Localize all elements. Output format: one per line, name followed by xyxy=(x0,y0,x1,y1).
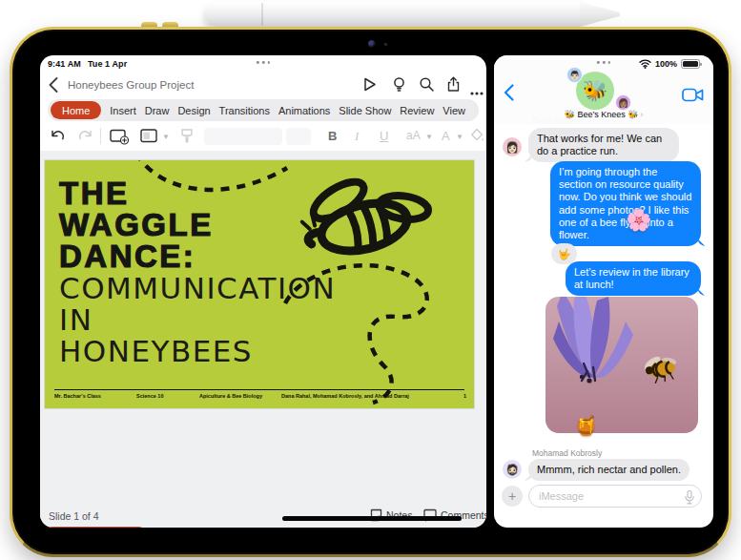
bee-flower-photo xyxy=(545,297,698,433)
incoming-message[interactable]: Mmmm, rich nectar and pollen. xyxy=(528,459,690,481)
lightbulb-icon xyxy=(391,76,407,93)
slide-footer-rule xyxy=(54,389,464,390)
status-time: 9:41 AM xyxy=(48,59,81,69)
tab-animations[interactable]: Animations xyxy=(278,105,330,116)
share-button[interactable] xyxy=(445,76,462,96)
redo-icon xyxy=(77,128,93,144)
fill-color-button[interactable] xyxy=(470,128,484,147)
apple-pencil-tip xyxy=(580,2,620,27)
slide-footer-class: Mr. Bachar’s Class xyxy=(54,393,101,399)
slide-title[interactable]: THE WAGGLE DANCE: xyxy=(59,177,214,272)
text-size-button[interactable]: aA xyxy=(406,129,421,142)
bold-button[interactable]: B xyxy=(328,129,337,143)
redo-button[interactable] xyxy=(77,128,93,148)
play-icon xyxy=(361,76,378,93)
format-paint-button[interactable] xyxy=(179,128,195,148)
apple-pencil xyxy=(204,2,620,27)
more-button[interactable] xyxy=(470,82,484,99)
paint-bucket-icon xyxy=(470,128,484,143)
tab-home[interactable]: Home xyxy=(51,101,101,119)
apple-pencil-seam xyxy=(261,3,263,26)
tab-slideshow[interactable]: Slide Show xyxy=(339,105,391,116)
video-camera-icon xyxy=(682,88,704,102)
chevron-down-icon: ▼ xyxy=(425,133,433,141)
status-bar-left: 9:41 AMTue 1 Apr xyxy=(48,59,127,69)
composer-field[interactable] xyxy=(528,485,702,508)
battery-icon xyxy=(681,59,700,69)
microphone-icon xyxy=(685,490,694,505)
tab-insert[interactable]: Insert xyxy=(110,105,136,116)
tab-transitions[interactable]: Transitions xyxy=(219,105,270,116)
slide-footer-subject: Apiculture & Bee Biology xyxy=(199,393,262,399)
undo-button[interactable] xyxy=(50,128,66,148)
group-member-avatar: 👨🏻 xyxy=(566,67,583,83)
flower-sticker[interactable]: 🌸 xyxy=(626,208,651,233)
dictation-button[interactable] xyxy=(685,490,694,508)
avatar-mohamad: 🧔🏻 xyxy=(503,460,522,479)
front-camera xyxy=(368,40,376,48)
chevron-down-icon: ▼ xyxy=(456,133,463,141)
slide-layout-icon xyxy=(140,128,159,144)
tapback-reaction[interactable]: 🤟 xyxy=(551,243,577,264)
paragraph-style-control[interactable] xyxy=(204,128,282,145)
format-toolbar: ▼ B I U aA ▼ A ▼ xyxy=(40,124,486,149)
status-date: Tue 1 Apr xyxy=(88,59,127,69)
play-button[interactable] xyxy=(361,76,378,96)
slide-footer-authors: Dana Rahal, Mohamad Kobrosly, and Ahmad … xyxy=(281,393,409,399)
scene: 9:41 AMTue 1 Apr Honeybees Group Project… xyxy=(0,0,741,560)
slide-footer-course: Science 10 xyxy=(136,393,163,399)
add-slide-icon xyxy=(110,128,130,145)
home-indicator[interactable] xyxy=(282,516,462,521)
composer-plus-button[interactable]: + xyxy=(502,486,523,507)
group-name-button[interactable]: 🐝 Bee’s Knees 🐝› xyxy=(494,110,713,119)
sender-label: Mohamad Kobrosly xyxy=(532,448,602,458)
tab-design[interactable]: Design xyxy=(177,105,210,116)
add-slide-button[interactable] xyxy=(110,128,130,149)
underline-button[interactable]: U xyxy=(380,129,388,143)
outgoing-message[interactable]: Let’s review in the library at lunch! xyxy=(566,261,701,296)
imessage-input[interactable] xyxy=(539,487,680,505)
multitasking-indicator-icon[interactable] xyxy=(597,61,610,64)
chevron-left-icon xyxy=(49,77,58,93)
italic-button[interactable]: I xyxy=(355,129,359,144)
font-size-control[interactable] xyxy=(286,128,311,145)
share-icon xyxy=(445,76,462,93)
tab-draw[interactable]: Draw xyxy=(145,105,170,116)
toolbar-divider xyxy=(100,128,101,144)
photo-message-bee-flower[interactable] xyxy=(545,297,698,433)
slide-subtitle[interactable]: COMMUNICATION IN HONEYBEES xyxy=(59,273,336,367)
paintbrush-icon xyxy=(179,128,195,144)
back-button[interactable] xyxy=(49,77,58,96)
slide-layout-button[interactable] xyxy=(140,128,159,148)
document-title[interactable]: Honeybees Group Project xyxy=(68,79,194,91)
status-bar-right: 100% xyxy=(639,59,700,69)
chevron-down-icon: ▼ xyxy=(162,133,170,141)
incoming-message[interactable]: That works for me! We can do a practice … xyxy=(528,128,679,162)
search-icon xyxy=(419,76,435,93)
tab-view[interactable]: View xyxy=(443,105,465,116)
tab-review[interactable]: Review xyxy=(400,105,434,116)
back-button[interactable] xyxy=(504,84,514,105)
multitasking-indicator-icon[interactable] xyxy=(257,61,270,64)
facetime-button[interactable] xyxy=(682,88,704,106)
slide-position-label: Slide 1 of 4 xyxy=(49,510,99,522)
slide-canvas: THE WAGGLE DANCE: COMMUNICATION IN HONEY… xyxy=(40,151,486,528)
slide-footer-page: 1 xyxy=(463,393,466,399)
keynote-window: 9:41 AMTue 1 Apr Honeybees Group Project… xyxy=(40,55,486,528)
current-slide[interactable]: THE WAGGLE DANCE: COMMUNICATION IN HONEY… xyxy=(45,160,474,408)
search-button[interactable] xyxy=(419,76,435,96)
ribbon-tab-bar: Home Insert Draw Design Transitions Anim… xyxy=(48,99,479,121)
messages-window: Dana Rahal That works for me! We can do … xyxy=(494,55,713,528)
outgoing-message[interactable]: I’m going through the section on resourc… xyxy=(550,161,701,246)
conversation-header: 100% 🐝 👨🏻 👩🏽 🐝 Bee’s Knees 🐝› xyxy=(494,55,713,124)
wifi-icon xyxy=(639,59,651,69)
ellipsis-icon xyxy=(470,92,484,95)
presenter-tips-button[interactable] xyxy=(391,76,407,96)
undo-icon xyxy=(50,128,66,144)
text-color-button[interactable]: A xyxy=(442,129,450,143)
battery-percent: 100% xyxy=(655,59,677,69)
avatar-dana: 👩🏻 xyxy=(503,137,522,156)
chevron-right-icon: › xyxy=(641,110,644,119)
camera-mic-dot xyxy=(384,43,387,46)
honey-pot-sticker[interactable]: 🍯 xyxy=(574,414,598,437)
